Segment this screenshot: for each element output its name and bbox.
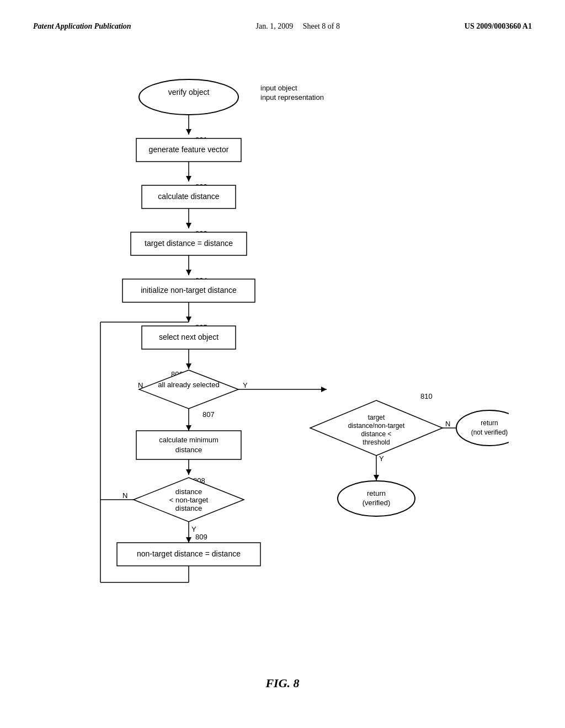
svg-marker-20 bbox=[186, 270, 191, 275]
svg-text:distance: distance bbox=[175, 446, 202, 454]
svg-marker-15 bbox=[186, 223, 191, 228]
svg-marker-10 bbox=[186, 176, 191, 181]
svg-text:calculate minimum: calculate minimum bbox=[159, 436, 218, 444]
svg-text:threshold: threshold bbox=[363, 438, 390, 446]
svg-marker-47 bbox=[186, 469, 191, 475]
header-date-sheet: Jan. 1, 2009 Sheet 8 of 8 bbox=[256, 22, 340, 31]
svg-point-0 bbox=[139, 79, 238, 115]
svg-text:809: 809 bbox=[195, 533, 207, 541]
svg-text:generate feature vector: generate feature vector bbox=[149, 145, 229, 154]
svg-text:target distance = distance: target distance = distance bbox=[145, 239, 233, 248]
svg-text:Y: Y bbox=[379, 454, 384, 463]
svg-marker-78 bbox=[374, 475, 379, 480]
svg-text:distance/non-target: distance/non-target bbox=[348, 422, 405, 430]
svg-text:input object: input object bbox=[260, 84, 297, 92]
svg-text:initialize non-target distance: initialize non-target distance bbox=[141, 286, 237, 295]
svg-text:select next object: select next object bbox=[159, 333, 218, 341]
svg-text:input representation: input representation bbox=[260, 93, 324, 101]
svg-text:< non-target: < non-target bbox=[169, 496, 209, 504]
svg-text:non-target distance = distance: non-target distance = distance bbox=[137, 549, 241, 558]
svg-text:distance <: distance < bbox=[361, 430, 391, 438]
svg-marker-25 bbox=[186, 317, 191, 322]
svg-marker-38 bbox=[321, 387, 327, 392]
header-date: Jan. 1, 2009 bbox=[256, 22, 294, 30]
flowchart-svg: verify object input object input represe… bbox=[56, 53, 509, 660]
svg-marker-42 bbox=[186, 425, 191, 431]
svg-marker-5 bbox=[186, 129, 191, 135]
svg-text:810: 810 bbox=[420, 392, 433, 400]
svg-text:distance: distance bbox=[175, 504, 202, 512]
page: Patent Application Publication Jan. 1, 2… bbox=[0, 0, 565, 728]
svg-text:return: return bbox=[367, 489, 386, 497]
figure-label: FIG. 8 bbox=[33, 676, 532, 690]
svg-text:verify object: verify object bbox=[168, 88, 210, 97]
svg-marker-32 bbox=[186, 363, 191, 369]
svg-text:target: target bbox=[368, 414, 385, 421]
svg-text:N: N bbox=[445, 420, 450, 428]
header-patent-number: US 2009/0003660 A1 bbox=[465, 22, 532, 31]
svg-text:return: return bbox=[481, 419, 498, 427]
svg-text:Y: Y bbox=[243, 381, 248, 389]
svg-marker-34 bbox=[139, 370, 238, 409]
svg-marker-58 bbox=[186, 537, 191, 543]
svg-text:N: N bbox=[122, 491, 127, 500]
svg-point-73 bbox=[456, 410, 509, 446]
svg-text:distance: distance bbox=[175, 488, 202, 496]
svg-rect-43 bbox=[136, 431, 241, 459]
svg-text:calculate distance: calculate distance bbox=[158, 192, 220, 201]
diagram-container: verify object input object input represe… bbox=[33, 53, 532, 660]
svg-text:807: 807 bbox=[202, 410, 215, 419]
page-header: Patent Application Publication Jan. 1, 2… bbox=[33, 22, 532, 31]
svg-text:Y: Y bbox=[191, 525, 196, 533]
svg-text:(verified): (verified) bbox=[363, 499, 391, 507]
svg-text:all already selected: all already selected bbox=[158, 381, 219, 389]
svg-text:N: N bbox=[138, 381, 143, 389]
header-publication: Patent Application Publication bbox=[33, 22, 131, 31]
header-sheet: Sheet 8 of 8 bbox=[303, 22, 340, 30]
svg-text:(not verified): (not verified) bbox=[471, 429, 508, 436]
